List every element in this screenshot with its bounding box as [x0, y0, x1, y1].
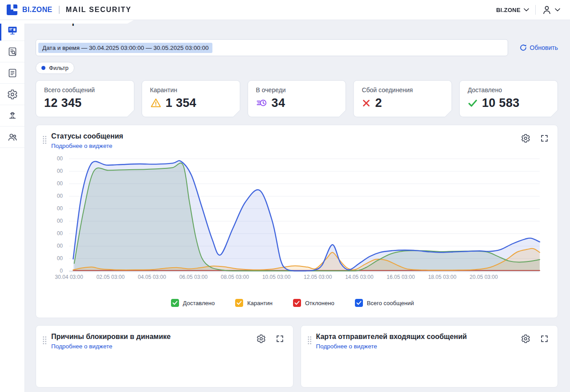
legend-item-0[interactable]: Доставлено: [171, 299, 215, 307]
stat-card-total: Всего сообщений 12 345: [36, 80, 134, 117]
x-tick-label: 08.05 03:00: [221, 274, 249, 280]
legend-item-3[interactable]: Всего сообщений: [355, 299, 414, 307]
stat-card-delivered: Доставлено 10 583: [459, 80, 558, 117]
widget-settings-button[interactable]: [256, 334, 266, 343]
stat-label: Всего сообщений: [44, 86, 126, 94]
gear-icon: [521, 338, 530, 345]
widget-settings-button[interactable]: [521, 334, 530, 343]
check-icon: [468, 98, 478, 108]
x-tick-label: 30.04 03:00: [55, 274, 83, 280]
drag-handle-icon[interactable]: [307, 336, 312, 345]
header-tab-shape: [0, 20, 134, 24]
widget-fullscreen-button[interactable]: [540, 134, 549, 143]
document-list-icon: [7, 68, 18, 78]
chart-legend: ДоставленоКарантинОтклоненоВсего сообщен…: [45, 299, 540, 318]
legend-item-2[interactable]: Отклонено: [293, 299, 334, 307]
org-switcher[interactable]: BI.ZONE: [496, 7, 529, 13]
warning-triangle-icon: [150, 98, 162, 108]
user-menu[interactable]: [542, 5, 560, 15]
legend-label: Всего сообщений: [367, 300, 414, 306]
filter-chip[interactable]: Фильтр: [36, 62, 74, 74]
y-tick-label: 00: [57, 205, 63, 212]
y-tick-label: 00: [57, 230, 63, 237]
x-tick-label: 04.05 03:00: [138, 274, 166, 280]
gear-icon: [521, 138, 530, 144]
x-tick-label: 06.05 03:00: [179, 274, 208, 280]
stat-card-failed: Сбой соединения 2: [353, 80, 452, 117]
sidebar: [0, 20, 25, 392]
legend-label: Доставлено: [183, 300, 215, 306]
widget-message-statuses: Статусы сообщения Подробнее о виджете 0: [36, 125, 558, 318]
sidebar-item-admin[interactable]: [0, 105, 24, 127]
x-tick-label: 16.05 03:00: [387, 274, 415, 280]
cross-icon: [362, 98, 371, 108]
fullscreen-icon: [540, 137, 549, 144]
x-tick-label: 12.05 03:00: [304, 274, 332, 280]
stat-value: 12 345: [44, 96, 81, 110]
bizone-logo: [6, 4, 18, 16]
sidebar-item-settings[interactable]: [0, 84, 24, 105]
drag-handle-icon[interactable]: [42, 135, 47, 144]
legend-item-1[interactable]: Карантин: [235, 299, 273, 307]
chart-plot[interactable]: [69, 159, 540, 271]
header-divider: [535, 5, 536, 15]
stat-card-quarantine: Карантин 1 354: [142, 80, 240, 117]
user-icon: [542, 5, 552, 15]
stat-label: Карантин: [150, 86, 232, 94]
widget-senders-map: Карта отправителей входящих сообщений По…: [301, 325, 558, 388]
legend-checkbox[interactable]: [355, 299, 363, 307]
sidebar-item-users[interactable]: [0, 127, 24, 148]
widget-details-link[interactable]: Подробнее о виджете: [316, 343, 377, 350]
y-tick-label: 00: [57, 193, 63, 199]
sidebar-item-logs[interactable]: [0, 62, 24, 84]
agent-laptop-icon: [7, 110, 18, 121]
widget-title: Причины блокировки в динамике: [51, 333, 171, 341]
refresh-button[interactable]: Обновить: [520, 44, 558, 51]
x-tick-label: 02.05 03:00: [96, 274, 124, 280]
date-filter-input[interactable]: Дата и время — 30.04.2025 03:00:00 — 30.…: [36, 39, 508, 56]
widget-title: Статусы сообщения: [51, 132, 123, 140]
widget-title: Карта отправителей входящих сообщений: [316, 333, 467, 341]
gear-icon: [256, 338, 266, 345]
chart-svg: [69, 159, 540, 271]
date-range-tag[interactable]: Дата и время — 30.04.2025 03:00:00 — 30.…: [38, 43, 212, 53]
x-tick-label: 14.05 03:00: [345, 274, 373, 280]
sidebar-item-reports[interactable]: [0, 41, 24, 62]
stat-value: 10 583: [482, 96, 519, 110]
y-tick-label: 00: [57, 155, 63, 162]
stat-value: 34: [272, 96, 285, 110]
stats-row: Всего сообщений 12 345 Карантин 1 354 В …: [36, 80, 558, 117]
stat-label: В очереди: [256, 86, 338, 94]
brand-divider: [59, 6, 60, 14]
legend-checkbox[interactable]: [293, 299, 301, 307]
queue-clock-icon: [256, 98, 268, 108]
widget-details-link[interactable]: Подробнее о виджете: [51, 343, 112, 350]
chevron-down-icon: [555, 8, 560, 12]
refresh-label: Обновить: [530, 44, 558, 51]
y-tick-label: 00: [57, 218, 63, 224]
y-tick-label: 0: [60, 268, 63, 274]
widget-blocking-reasons: Причины блокировки в динамике Подробнее …: [36, 325, 293, 388]
users-icon: [7, 132, 18, 143]
chevron-down-icon: [524, 8, 529, 12]
legend-checkbox[interactable]: [235, 299, 243, 307]
filter-active-dot: [41, 66, 45, 70]
widget-details-link[interactable]: Подробнее о виджете: [51, 143, 112, 149]
y-tick-label: 00: [57, 168, 63, 174]
x-tick-label: 20.05 03:00: [470, 274, 498, 280]
stat-card-queued: В очереди 34: [248, 80, 346, 117]
widget-fullscreen-button[interactable]: [540, 335, 549, 343]
org-label: BI.ZONE: [496, 7, 521, 13]
y-tick-label: 00: [57, 243, 63, 249]
monitor-dashboard-icon: [7, 25, 18, 36]
fullscreen-icon: [276, 338, 284, 344]
y-tick-label: 00: [57, 255, 63, 261]
legend-checkbox[interactable]: [171, 299, 179, 307]
chart-y-axis: 0000000000000000000: [45, 159, 65, 271]
document-search-icon: [7, 46, 18, 57]
brand-name: BI.ZONE: [22, 6, 53, 14]
drag-handle-icon[interactable]: [42, 336, 47, 345]
chart-x-axis: 30.04 03:0002.05 03:0004.05 03:0006.05 0…: [69, 274, 540, 285]
widget-settings-button[interactable]: [521, 134, 530, 143]
widget-fullscreen-button[interactable]: [276, 335, 284, 343]
